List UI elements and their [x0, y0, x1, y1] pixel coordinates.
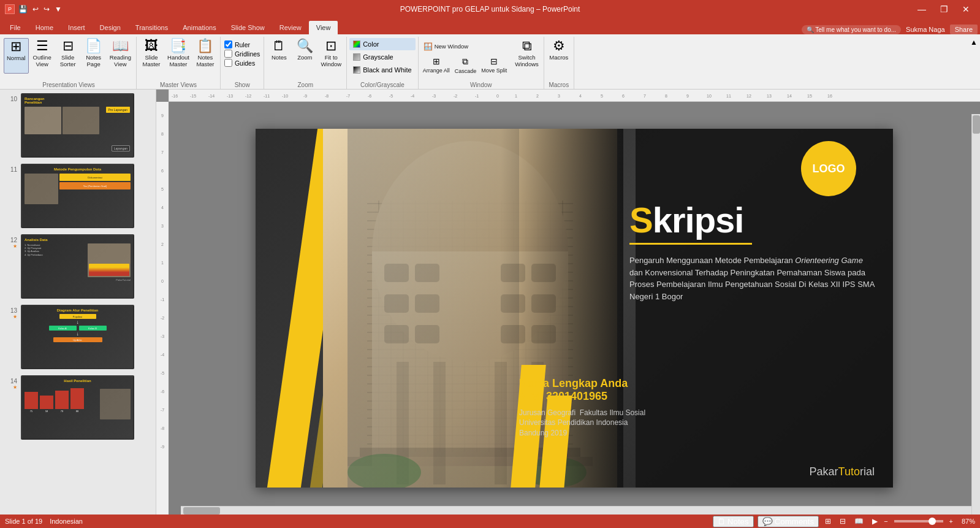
notes-btn-label: Notes [272, 54, 287, 61]
notes-master-icon: 📋 [197, 39, 213, 53]
zoom-group-label: Zoom [267, 80, 344, 89]
scroll-horizontal[interactable] [181, 506, 971, 515]
tab-transitions[interactable]: Transitions [128, 21, 175, 34]
ruler-checkbox[interactable]: Ruler [224, 40, 260, 48]
notes-btn-ribbon[interactable]: 🗒 Notes [267, 38, 291, 74]
share-btn[interactable]: Share [950, 25, 978, 34]
tab-animations[interactable]: Animations [175, 21, 223, 34]
ribbon-collapse-btn[interactable]: ▲ [969, 37, 979, 89]
notes-status-btn[interactable]: 🗒 Notes [713, 516, 754, 527]
outline-view-btn[interactable]: ☰ OutlineView [30, 38, 55, 74]
notes-page-btn[interactable]: 📄 NotesPage [82, 38, 106, 74]
gridlines-checkbox[interactable]: Gridlines [224, 50, 260, 58]
switch-windows-label: SwitchWindows [515, 54, 539, 68]
tab-insert[interactable]: Insert [61, 21, 93, 34]
quick-save-btn[interactable]: 💾 [17, 4, 29, 15]
scroll-vertical[interactable] [971, 114, 980, 515]
tab-view[interactable]: View [309, 21, 338, 34]
quick-redo-btn[interactable]: ↪ [42, 4, 51, 15]
svg-text:-7: -7 [346, 94, 350, 98]
slide-item-12[interactable]: 12 ★ Analisis Data 1. Normalisasi 2. Uji… [2, 233, 153, 300]
slide-number-10: 10 [5, 93, 17, 102]
move-split-icon: ⊟ [490, 56, 498, 66]
zoom-minus[interactable]: − [884, 518, 887, 525]
scroll-thumb-h[interactable] [183, 507, 220, 515]
reading-icon: 📖 [112, 39, 129, 53]
cascade-label: Cascade [455, 68, 477, 74]
window-buttons: 🪟 New Window ⊞ Arrange All ⧉ Cascade ⊟ M… [421, 37, 541, 80]
ribbon-group-master-views: 🖼 SlideMaster 📑 HandoutMaster 📋 NotesMas… [137, 37, 221, 89]
sorter-icon: ⊟ [63, 39, 74, 53]
new-window-btn[interactable]: 🪟 New Window [421, 38, 509, 55]
comments-status-label: Comments [775, 517, 814, 526]
minimize-btn[interactable]: — [913, 1, 931, 18]
slide-item-10[interactable]: 10 Rancangan Penelitian Pro Lapangan Lap… [2, 92, 153, 159]
handout-master-btn[interactable]: 📑 HandoutMaster [165, 38, 192, 74]
zoom-slider[interactable] [894, 520, 943, 522]
svg-text:-1: -1 [475, 94, 479, 98]
title-s: S [629, 200, 653, 240]
slide-thumb-13[interactable]: Diagram Alur Penelitian Populasi ↓ Kelas… [21, 305, 134, 369]
status-left: Slide 1 of 19 Indonesian [5, 518, 83, 525]
ribbon-tabs: File Home Insert Design Transitions Anim… [0, 18, 980, 34]
maximize-btn[interactable]: ❐ [935, 1, 953, 18]
slide-display[interactable]: LOGO Skripsi Pengaruh Menggunaan Metode … [256, 129, 893, 488]
zoom-plus[interactable]: + [949, 518, 953, 525]
close-btn[interactable]: ✕ [957, 1, 975, 18]
tell-me-input[interactable]: 🔍 Tell me what you want to do... [802, 25, 901, 34]
tab-file[interactable]: File [2, 21, 28, 34]
svg-text:0: 0 [161, 279, 164, 283]
slide-sorter-btn[interactable]: ⊟ SlideSorter [56, 38, 80, 74]
zoom-thumb[interactable] [929, 518, 936, 525]
svg-text:-3: -3 [432, 94, 436, 98]
logo-circle: LOGO [801, 141, 856, 196]
sorter-view-status-btn[interactable]: ⊟ [837, 517, 848, 526]
slide-thumb-10[interactable]: Rancangan Penelitian Pro Lapangan Lapang… [21, 93, 134, 158]
fit-to-window-btn[interactable]: ⊡ Fit toWindow [318, 38, 344, 74]
tab-home[interactable]: Home [28, 21, 61, 34]
slide-text-area: Skripsi Pengaruh Menggunaan Metode Pembe… [629, 202, 875, 302]
slide-thumb-14[interactable]: Hasil Penelitian 75 58 79 88 [21, 375, 134, 440]
normal-view-btn[interactable]: ⊞ Normal [4, 38, 29, 74]
slide-item-13[interactable]: 13 ★ Diagram Alur Penelitian Populasi ↓ … [2, 304, 153, 370]
tab-design[interactable]: Design [93, 21, 128, 34]
slide-item-14[interactable]: 14 ★ Hasil Penelitian 75 58 79 [2, 374, 153, 441]
slide-thumb-12[interactable]: Analisis Data 1. Normalisasi 2. Uji Pras… [21, 234, 134, 299]
macros-btn[interactable]: ⚙ Macros [547, 38, 571, 74]
color-btn[interactable]: Color [349, 38, 415, 50]
gray-diagonal [348, 129, 519, 488]
zoom-level: 87% [957, 518, 975, 525]
move-split-btn[interactable]: ⊟ Move Split [479, 56, 509, 74]
ribbon-group-window: 🪟 New Window ⊞ Arrange All ⧉ Cascade ⊟ M… [419, 37, 544, 89]
reading-view-btn[interactable]: 📖 ReadingView [107, 38, 134, 74]
notes-icon: 🗒 [272, 39, 286, 53]
grayscale-label: Grayscale [363, 53, 393, 61]
show-group-label: Show [223, 80, 261, 89]
slide-item-11[interactable]: 11 Metode Pengumpulan Data Dokumentasi T… [2, 163, 153, 229]
grayscale-btn[interactable]: Grayscale [349, 51, 415, 63]
notes-master-btn[interactable]: 📋 NotesMaster [193, 38, 218, 74]
slide-thumb-11[interactable]: Metode Pengumpulan Data Dokumentasi Tes … [21, 164, 134, 228]
zoom-btn[interactable]: 🔍 Zoom [292, 38, 317, 74]
bw-btn[interactable]: Black and White [349, 64, 415, 76]
slide-panel[interactable]: 10 Rancangan Penelitian Pro Lapangan Lap… [0, 90, 156, 515]
reading-view-status-btn[interactable]: 📖 [852, 517, 866, 526]
arrange-all-btn[interactable]: ⊞ Arrange All [421, 56, 452, 74]
quick-undo-btn[interactable]: ↩ [31, 4, 40, 15]
scroll-thumb-v[interactable] [973, 115, 980, 134]
title-bar-left: P 💾 ↩ ↪ ▼ [5, 4, 63, 15]
cascade-btn[interactable]: ⧉ Cascade [453, 56, 479, 74]
slide-number-12: 12 [5, 234, 17, 243]
switch-windows-btn[interactable]: ⧉ SwitchWindows [512, 38, 541, 74]
slideshow-view-status-btn[interactable]: ▶ [870, 517, 880, 526]
guides-checkbox[interactable]: Guides [224, 59, 260, 67]
normal-view-status-btn[interactable]: ⊞ [822, 517, 834, 526]
slide-master-btn[interactable]: 🖼 SlideMaster [139, 38, 164, 74]
svg-text:6: 6 [161, 169, 164, 173]
tab-review[interactable]: Review [272, 21, 309, 34]
customize-qa-btn[interactable]: ▼ [53, 4, 63, 15]
tab-slideshow[interactable]: Slide Show [224, 21, 272, 34]
slide-info: Slide 1 of 19 [5, 518, 42, 525]
comments-status-btn[interactable]: 💬 Comments [758, 516, 819, 527]
ribbon-group-color: Color Grayscale Black and White Color/Gr… [347, 37, 418, 89]
